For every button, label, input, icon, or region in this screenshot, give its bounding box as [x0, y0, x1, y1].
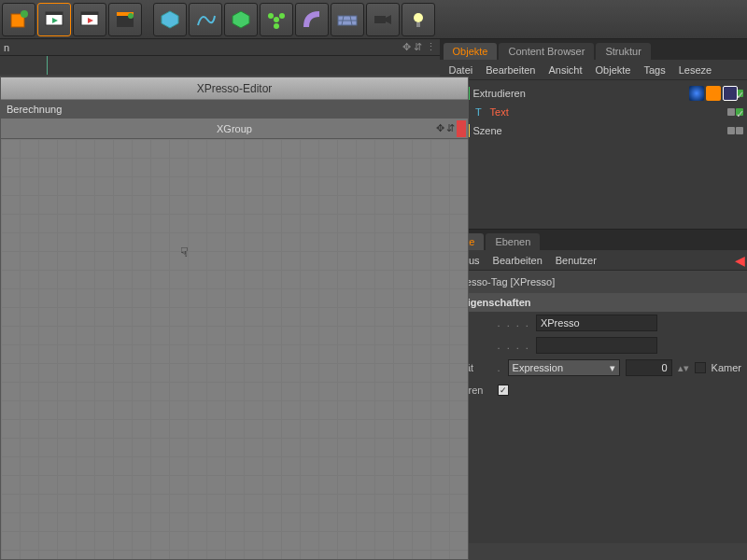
svg-point-23 [414, 13, 423, 22]
object-panel-tabs: Objekte Content Browser Struktur [440, 39, 747, 60]
svg-marker-22 [386, 15, 391, 24]
tool-timeline2[interactable] [73, 3, 106, 36]
tool-light[interactable] [402, 3, 435, 36]
tool-floor[interactable] [331, 3, 364, 36]
attribute-panel: Modus Bearbeiten Benutzer ◀ XPresso-Tag … [440, 250, 747, 543]
svg-marker-12 [233, 11, 249, 28]
menu-bearbeiten[interactable]: Bearbeiten [486, 64, 535, 76]
object-tree[interactable]: − Extrudieren ✓ T Text ✓ Szene [440, 80, 747, 230]
close-icon[interactable] [457, 120, 466, 137]
tool-spline[interactable] [189, 3, 222, 36]
priority-select[interactable]: Expression ▾ [508, 359, 620, 376]
attribute-tabs: ibute Ebenen [440, 230, 747, 250]
menu-datei[interactable]: Datei [449, 64, 473, 76]
tab-ebenen[interactable]: Ebenen [486, 233, 540, 250]
tool-camera[interactable] [366, 3, 400, 36]
tool-array-cube[interactable] [224, 3, 258, 36]
tab-objekte[interactable]: Objekte [444, 43, 498, 60]
svg-point-10 [128, 13, 134, 19]
tree-row-szene[interactable]: Szene [444, 121, 743, 140]
svg-marker-11 [162, 11, 178, 28]
xpresso-editor-window[interactable]: XPresso-Editor Berechnung XGroup ✥ ⇵ ☟ [0, 77, 469, 560]
xpresso-title-bar[interactable]: XPresso-Editor [1, 77, 468, 100]
activate-checkbox[interactable]: ✓ [498, 385, 509, 396]
xpresso-menu: Berechnung [1, 100, 468, 119]
tool-clapperboard[interactable] [108, 3, 142, 36]
cursor-icon: ☟ [180, 245, 189, 259]
svg-point-1 [21, 10, 28, 18]
name-field[interactable] [536, 315, 657, 331]
menu-lesezeichen[interactable]: Leseze [679, 64, 712, 76]
tag-icon-material[interactable] [689, 86, 704, 101]
tool-cube[interactable] [153, 3, 187, 36]
collapse-icon[interactable]: ⇵ [446, 122, 455, 134]
svg-point-14 [268, 13, 274, 19]
tag-icon-display[interactable] [706, 86, 721, 101]
svg-rect-24 [416, 22, 420, 27]
tool-atom[interactable] [260, 3, 293, 36]
tool-bend[interactable] [295, 3, 329, 36]
attr-row-activate: ktivieren ✓ [440, 379, 747, 401]
move-icon[interactable]: ✥ [436, 122, 444, 134]
attr-object-title: XPresso-Tag [XPresso] [440, 271, 747, 293]
svg-rect-6 [81, 12, 98, 15]
svg-point-15 [279, 13, 285, 19]
svg-point-16 [274, 23, 279, 29]
tab-content-browser[interactable]: Content Browser [499, 43, 594, 60]
layer-field[interactable] [536, 337, 657, 354]
object-panel-menu: Datei Bearbeiten Ansicht Objekte Tags Le… [440, 60, 747, 80]
tree-row-text[interactable]: T Text ✓ [444, 103, 743, 121]
tool-cube-add[interactable] [2, 3, 35, 36]
tag-icon-xpresso[interactable] [723, 86, 738, 101]
svg-text:T: T [475, 106, 482, 118]
timeline[interactable] [0, 56, 440, 75]
tab-struktur[interactable]: Struktur [596, 43, 651, 60]
priority-number[interactable] [626, 359, 672, 376]
menu-ansicht[interactable]: Ansicht [548, 64, 582, 76]
chevron-down-icon: ▾ [610, 362, 615, 374]
xpresso-menu-berechnung[interactable]: Berechnung [7, 104, 62, 115]
xpresso-canvas[interactable]: ☟ [1, 139, 468, 559]
attr-row-priority: riorität . Expression ▾ ▴▾ Kamer [440, 357, 747, 379]
main-toolbar [0, 0, 747, 39]
xgroup-header[interactable]: XGroup ✥ ⇵ [1, 119, 468, 139]
header-label: n [4, 42, 9, 53]
camera-checkbox[interactable] [695, 362, 706, 373]
attr-row-layer: bene . . . . [440, 334, 747, 357]
attr-back-arrow-icon[interactable]: ◀ [735, 253, 745, 268]
attr-menu-bearbeiten[interactable]: Bearbeiten [493, 255, 543, 266]
svg-rect-21 [374, 16, 386, 23]
attr-menu-benutzer[interactable]: Benutzer [556, 255, 597, 266]
menu-tags[interactable]: Tags [643, 64, 665, 76]
attr-section-basis[interactable]: is-Eigenschaften [440, 293, 747, 312]
menu-objekte[interactable]: Objekte [596, 64, 631, 76]
svg-rect-3 [46, 12, 63, 15]
svg-point-13 [274, 17, 279, 22]
attr-row-name: ame . . . . [440, 312, 747, 334]
tool-timeline1[interactable] [37, 3, 71, 36]
move-icons[interactable]: ✥ ⇵ ⋮ [402, 41, 435, 53]
